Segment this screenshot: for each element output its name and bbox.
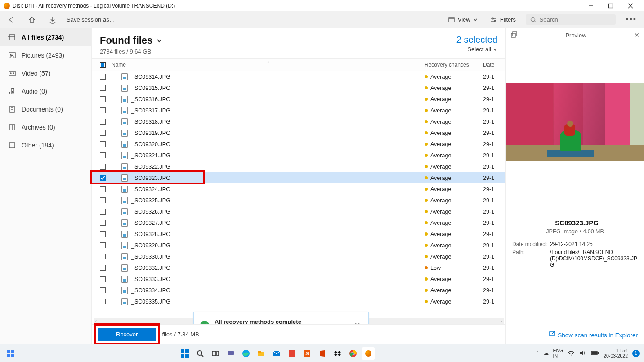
row-checkbox[interactable] [100, 254, 106, 259]
select-all-checkbox[interactable] [100, 62, 106, 68]
sidebar-item-archives[interactable]: Archives (0) [0, 118, 91, 136]
row-checkbox[interactable] [100, 197, 106, 203]
taskbar-explorer[interactable] [255, 347, 268, 360]
table-row[interactable]: _SC09320.JPG Average 29-1 [92, 139, 505, 150]
table-row[interactable]: _SC09335.JPG Average 29-1 [92, 296, 505, 307]
close-button[interactable] [621, 0, 640, 11]
row-checkbox[interactable] [100, 299, 106, 304]
taskbar-diskdrill[interactable] [362, 347, 375, 360]
table-row[interactable]: _SC09329.JPG Average 29-1 [92, 240, 505, 251]
sidebar-item-other[interactable]: Other (184) [0, 136, 91, 154]
clock[interactable]: 11:54 20-03-2022 [604, 348, 628, 358]
table-row[interactable]: _SC09323.JPG Average 29-1 [92, 172, 505, 183]
sidebar-item-label: Pictures (2493) [22, 52, 64, 59]
more-menu[interactable]: ••• [623, 15, 640, 24]
back-button[interactable] [4, 14, 18, 26]
table-row[interactable]: _SC09318.JPG Average 29-1 [92, 116, 505, 127]
row-checkbox[interactable] [100, 186, 106, 192]
table-row[interactable]: _SC09332.JPG Low 29-1 [92, 262, 505, 273]
tray-chevron-icon[interactable]: ˄ [537, 350, 539, 356]
taskview-button[interactable] [209, 347, 222, 360]
table-row[interactable]: _SC09330.JPG Average 29-1 [92, 251, 505, 262]
row-checkbox[interactable] [100, 141, 106, 147]
row-checkbox[interactable] [100, 85, 106, 91]
row-checkbox[interactable] [100, 119, 106, 125]
row-checkbox[interactable] [100, 276, 106, 282]
language-indicator[interactable]: ENG IN [553, 348, 564, 358]
table-row[interactable]: _SC09321.JPG Average 29-1 [92, 150, 505, 161]
footer-summary: files / 7.34 MB [162, 331, 199, 338]
table-row[interactable]: _SC09325.JPG Average 29-1 [92, 195, 505, 206]
table-row[interactable]: _SC09316.JPG Average 29-1 [92, 94, 505, 105]
row-checkbox[interactable] [100, 107, 106, 113]
windows-taskbar: S ˄ ☁ ENG IN 11:54 20-03-2022 1 [0, 344, 644, 362]
sidebar-item-pictures[interactable]: Pictures (2493) [0, 46, 91, 64]
table-row[interactable]: _SC09314.JPG Average 29-1 [92, 71, 505, 82]
view-dropdown[interactable]: View [445, 14, 480, 25]
search-input[interactable] [540, 16, 612, 23]
table-row[interactable]: _SC09315.JPG Average 29-1 [92, 82, 505, 94]
preview-close[interactable]: ✕ [634, 31, 640, 39]
preview-filetype: JPEG Image • 4.00 MB [506, 228, 644, 235]
tray-wifi-icon[interactable] [568, 349, 575, 358]
preview-window-icon[interactable] [510, 31, 518, 39]
taskbar-office[interactable] [316, 347, 329, 360]
row-checkbox[interactable] [100, 287, 106, 293]
table-row[interactable]: _SC09328.JPG Average 29-1 [92, 228, 505, 240]
row-checkbox[interactable] [100, 242, 106, 248]
table-row[interactable]: _SC09326.JPG Average 29-1 [92, 206, 505, 217]
taskbar-edge[interactable] [240, 347, 252, 360]
table-row[interactable]: _SC09317.JPG Average 29-1 [92, 105, 505, 116]
sidebar-item-video[interactable]: Video (57) [0, 64, 91, 82]
taskbar-dropbox[interactable] [331, 347, 344, 360]
table-row[interactable]: _SC09319.JPG Average 29-1 [92, 127, 505, 139]
save-session-link[interactable]: Save session as… [67, 16, 115, 23]
notifications-badge[interactable]: 1 [632, 350, 640, 357]
sidebar-item-documents[interactable]: Documents (0) [0, 100, 91, 118]
main-title-dropdown[interactable]: Found files [100, 35, 162, 46]
row-checkbox[interactable] [100, 220, 106, 226]
select-all-button[interactable]: Select all [467, 46, 497, 53]
table-row[interactable]: _SC09324.JPG Average 29-1 [92, 183, 505, 195]
row-checkbox[interactable] [100, 175, 106, 181]
row-checkbox[interactable] [100, 231, 106, 237]
table-header: Name ⌃ Recovery chances Date [92, 58, 505, 71]
recover-button[interactable]: Recover [98, 328, 156, 341]
tray-volume-icon[interactable] [579, 349, 586, 358]
home-button[interactable] [25, 14, 39, 26]
row-checkbox[interactable] [100, 164, 106, 170]
tray-onedrive-icon[interactable]: ☁ [544, 350, 549, 356]
row-checkbox[interactable] [100, 96, 106, 102]
row-checkbox[interactable] [100, 209, 106, 215]
tray-battery-icon[interactable] [591, 350, 599, 357]
table-row[interactable]: _SC09327.JPG Average 29-1 [92, 217, 505, 228]
table-row[interactable]: _SC09334.JPG Average 29-1 [92, 285, 505, 296]
table-row[interactable]: _SC09333.JPG Average 29-1 [92, 273, 505, 285]
maximize-button[interactable] [601, 0, 621, 11]
row-checkbox[interactable] [100, 74, 106, 80]
taskbar-search[interactable] [194, 347, 206, 360]
row-checkbox[interactable] [100, 265, 106, 271]
taskbar-app-s[interactable]: S [301, 347, 313, 360]
table-row[interactable]: _SC09322.JPG Average 29-1 [92, 161, 505, 172]
taskbar-chrome[interactable] [347, 347, 359, 360]
download-button[interactable] [46, 14, 59, 26]
widgets-button[interactable] [4, 347, 17, 360]
column-recovery[interactable]: Recovery chances [425, 62, 483, 68]
file-name: _SC09328.JPG [131, 231, 425, 237]
sidebar-item-files[interactable]: All files (2734) [0, 28, 91, 46]
search-box[interactable] [526, 14, 616, 25]
row-checkbox[interactable] [100, 130, 106, 136]
show-in-explorer-link[interactable]: Show scan results in Explorer [549, 332, 638, 339]
minimize-button[interactable] [581, 0, 601, 11]
recovery-text: Average [430, 152, 451, 159]
taskbar-todoist[interactable] [286, 347, 298, 360]
taskbar-chat[interactable] [224, 347, 237, 360]
taskbar-mail[interactable] [270, 347, 283, 360]
row-checkbox[interactable] [100, 152, 106, 158]
filters-button[interactable]: Filters [487, 14, 519, 25]
sidebar-item-audio[interactable]: Audio (0) [0, 82, 91, 100]
column-date[interactable]: Date [483, 62, 505, 68]
start-button[interactable] [179, 347, 191, 360]
column-name[interactable]: Name ⌃ [109, 62, 425, 68]
